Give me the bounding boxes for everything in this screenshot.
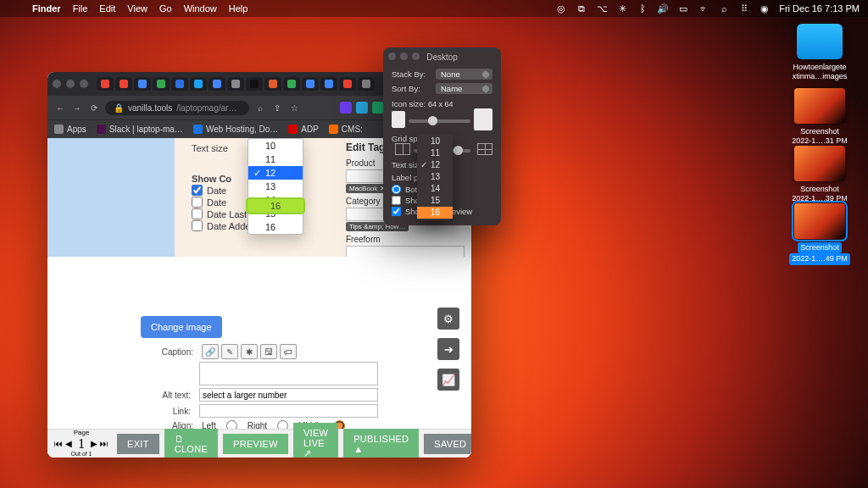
search-icon[interactable]: ⌕ xyxy=(718,3,730,14)
control-center-icon[interactable]: ⠿ xyxy=(738,3,750,14)
nav-forward-icon[interactable]: → xyxy=(71,102,83,114)
bookmark-apps[interactable]: Apps xyxy=(54,125,86,134)
stack-by-select[interactable]: None xyxy=(436,69,492,80)
clone-button[interactable]: 🗋 CLONE xyxy=(164,429,218,458)
tab-favicon xyxy=(175,80,184,88)
battery-icon[interactable]: ▭ xyxy=(677,3,689,14)
bluetooth-icon[interactable]: ᛒ xyxy=(637,3,648,14)
menubar-app[interactable]: Finder xyxy=(32,3,61,14)
tab-favicon xyxy=(231,80,240,88)
menu-go[interactable]: Go xyxy=(159,3,172,14)
page-prev-icon[interactable]: ◀ xyxy=(65,440,72,449)
desktop-screenshot-selected[interactable]: Screenshot 2022-1….49 PM xyxy=(783,203,856,265)
desktop-screenshot[interactable]: Screenshot 2022-1….31 PM xyxy=(783,88,856,147)
menu-file[interactable]: File xyxy=(73,3,88,14)
menubar-clock[interactable]: Fri Dec 16 7:13 PM xyxy=(779,3,860,14)
browser-tab[interactable] xyxy=(320,77,337,91)
browser-tab[interactable] xyxy=(190,77,207,91)
page-number: 1 xyxy=(75,437,88,452)
volume-icon[interactable]: 🔊 xyxy=(657,3,669,14)
sort-by-select[interactable]: Name xyxy=(436,83,492,94)
browser-tab[interactable] xyxy=(339,77,356,91)
doc-big-icon xyxy=(474,108,492,130)
page-last-icon[interactable]: ⏭ xyxy=(100,440,108,449)
highlight-16: 16 xyxy=(248,199,303,213)
saved-button[interactable]: SAVED xyxy=(424,434,471,454)
text-size-label: Text size xyxy=(192,143,228,153)
menu-window[interactable]: Window xyxy=(184,3,217,14)
prefs-text-size-menu[interactable]: 10 11 12 13 14 15 16 xyxy=(417,134,453,220)
browser-tab[interactable] xyxy=(97,77,114,91)
bookmark-adp[interactable]: ADP xyxy=(288,125,319,134)
nav-reload-icon[interactable]: ⟳ xyxy=(88,102,100,114)
share-icon[interactable]: ⇪ xyxy=(271,102,283,114)
status-icon[interactable]: ◎ xyxy=(555,3,567,14)
tag-tool-icon[interactable]: 🏷 xyxy=(280,344,297,359)
icon-size-slider[interactable] xyxy=(409,119,470,123)
browser-tab[interactable] xyxy=(153,77,170,91)
browser-tab[interactable] xyxy=(358,77,375,91)
tab-favicon xyxy=(120,80,128,88)
extension-icon[interactable] xyxy=(340,102,352,114)
forward-icon[interactable]: ➔ xyxy=(437,338,459,360)
alt-text-input[interactable] xyxy=(199,388,378,402)
star-icon[interactable]: ☆ xyxy=(288,102,300,114)
link-tool-icon[interactable]: 🔗 xyxy=(202,344,219,359)
tab-favicon xyxy=(101,80,109,88)
status-icon[interactable]: ✳ xyxy=(616,3,628,14)
lock-icon: 🔒 xyxy=(114,103,124,113)
siri-icon[interactable]: ◉ xyxy=(759,3,771,14)
bookmark-hosting[interactable]: Web Hosting, Do… xyxy=(193,125,278,134)
change-image-button[interactable]: Change image xyxy=(141,316,222,338)
status-icon[interactable]: ⧉ xyxy=(576,3,587,14)
caption-input[interactable] xyxy=(199,362,378,385)
bookmark-slack[interactable]: Slack | laptop-ma… xyxy=(97,125,183,134)
view-live-button[interactable]: VIEW LIVE ↗ xyxy=(293,423,338,458)
extension-icon[interactable] xyxy=(356,102,368,114)
browser-tab[interactable] xyxy=(134,77,151,91)
preview-button[interactable]: PREVIEW xyxy=(223,434,288,454)
url-field[interactable]: 🔒 vanilla.tools/laptopmag/ar… xyxy=(105,101,249,115)
tab-favicon xyxy=(250,80,259,88)
browser-tab[interactable] xyxy=(115,77,132,91)
menubar: Finder File Edit View Go Window Help ◎ ⧉… xyxy=(0,0,868,17)
page-first-icon[interactable]: ⏮ xyxy=(54,440,63,449)
browser-tab[interactable] xyxy=(264,77,281,91)
desktop-screenshot[interactable]: Screenshot 2022-1….39 PM xyxy=(783,146,856,204)
tab-favicon xyxy=(138,80,147,88)
bookmark-cms[interactable]: CMS: xyxy=(329,125,363,134)
exit-button[interactable]: EXIT xyxy=(117,434,159,454)
tab-favicon xyxy=(343,80,352,88)
desktop-folder[interactable]: Howtoenlargete xtinma…images xyxy=(783,24,856,82)
browser-tab[interactable] xyxy=(227,77,244,91)
published-button[interactable]: PUBLISHED ▲ xyxy=(343,429,419,458)
window-traffic-lights[interactable] xyxy=(53,80,88,88)
menu-view[interactable]: View xyxy=(127,3,147,14)
page-next-icon[interactable]: ▶ xyxy=(91,440,97,449)
browser-tab[interactable] xyxy=(283,77,300,91)
apple-logo-icon[interactable] xyxy=(8,3,20,14)
menu-edit[interactable]: Edit xyxy=(99,3,115,14)
edit-tool-icon[interactable]: ✎ xyxy=(221,344,238,359)
extension-icon[interactable] xyxy=(372,102,384,114)
tab-favicon xyxy=(362,80,370,88)
browser-tab[interactable] xyxy=(246,77,263,91)
browser-tab[interactable] xyxy=(302,77,319,91)
image-editor-form: Change image ⚙ ➔ 📈 Caption: 🔗 ✎ ✱ 🖫 🏷 xyxy=(47,257,471,458)
search-icon[interactable]: ⌕ xyxy=(254,102,266,114)
browser-tab[interactable] xyxy=(209,77,225,91)
settings-icon[interactable]: ⚙ xyxy=(437,308,459,330)
menu-help[interactable]: Help xyxy=(229,3,248,14)
window-traffic-lights[interactable] xyxy=(388,53,420,60)
link-input[interactable] xyxy=(199,404,378,418)
chart-icon[interactable]: 📈 xyxy=(437,369,459,391)
tab-favicon xyxy=(194,80,203,88)
save-tool-icon[interactable]: 🖫 xyxy=(260,344,277,359)
browser-tab[interactable] xyxy=(171,77,188,91)
wifi-icon[interactable]: ᯤ xyxy=(698,3,709,14)
tab-favicon xyxy=(325,80,333,88)
status-icon[interactable]: ⌥ xyxy=(596,3,608,14)
bold-tool-icon[interactable]: ✱ xyxy=(241,344,258,359)
text-size-menu[interactable]: 10 11 12 13 14 15 16 xyxy=(248,138,303,235)
nav-back-icon[interactable]: ← xyxy=(54,102,66,114)
